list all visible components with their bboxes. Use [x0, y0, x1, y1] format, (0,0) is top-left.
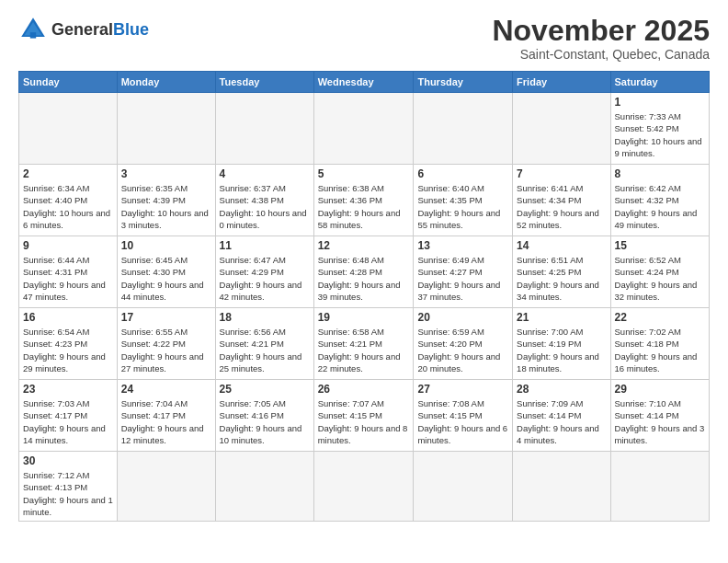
- calendar-cell: [610, 452, 709, 522]
- day-number: 5: [318, 167, 410, 180]
- calendar-cell: [117, 452, 215, 522]
- calendar-table: Sunday Monday Tuesday Wednesday Thursday…: [18, 71, 710, 522]
- calendar-week-1: 1Sunrise: 7:33 AM Sunset: 5:42 PM Daylig…: [19, 93, 710, 165]
- day-number: 14: [517, 239, 606, 252]
- page: GeneralBlue November 2025 Saint-Constant…: [0, 0, 728, 563]
- day-info: Sunrise: 6:56 AM Sunset: 4:21 PM Dayligh…: [220, 326, 310, 374]
- calendar-cell: 21Sunrise: 7:00 AM Sunset: 4:19 PM Dayli…: [513, 308, 610, 380]
- calendar-cell: 6Sunrise: 6:40 AM Sunset: 4:35 PM Daylig…: [414, 165, 513, 236]
- calendar-cell: 10Sunrise: 6:45 AM Sunset: 4:30 PM Dayli…: [117, 236, 215, 308]
- calendar-cell: 13Sunrise: 6:49 AM Sunset: 4:27 PM Dayli…: [414, 236, 513, 308]
- calendar-cell: [19, 93, 118, 165]
- calendar-week-6: 30Sunrise: 7:12 AM Sunset: 4:13 PM Dayli…: [19, 452, 710, 522]
- calendar-week-2: 2Sunrise: 6:34 AM Sunset: 4:40 PM Daylig…: [19, 165, 710, 236]
- calendar-cell: 18Sunrise: 6:56 AM Sunset: 4:21 PM Dayli…: [215, 308, 313, 380]
- subtitle: Saint-Constant, Quebec, Canada: [492, 47, 710, 62]
- day-number: 21: [517, 311, 606, 324]
- day-info: Sunrise: 6:38 AM Sunset: 4:36 PM Dayligh…: [318, 182, 410, 231]
- calendar-cell: 8Sunrise: 6:42 AM Sunset: 4:32 PM Daylig…: [610, 165, 709, 236]
- day-number: 4: [220, 167, 310, 180]
- calendar-cell: 7Sunrise: 6:41 AM Sunset: 4:34 PM Daylig…: [513, 165, 610, 236]
- logo-text: GeneralBlue: [51, 21, 149, 38]
- day-info: Sunrise: 6:35 AM Sunset: 4:39 PM Dayligh…: [121, 182, 211, 231]
- day-info: Sunrise: 7:04 AM Sunset: 4:17 PM Dayligh…: [121, 397, 211, 446]
- calendar-cell: 4Sunrise: 6:37 AM Sunset: 4:38 PM Daylig…: [215, 165, 313, 236]
- logo-icon: [18, 15, 48, 44]
- day-info: Sunrise: 6:41 AM Sunset: 4:34 PM Dayligh…: [517, 182, 606, 231]
- day-info: Sunrise: 6:52 AM Sunset: 4:24 PM Dayligh…: [615, 254, 705, 303]
- day-number: 26: [318, 383, 410, 396]
- day-number: 27: [417, 383, 508, 396]
- calendar-cell: 22Sunrise: 7:02 AM Sunset: 4:18 PM Dayli…: [610, 308, 709, 380]
- day-number: 7: [517, 167, 606, 180]
- day-number: 23: [23, 383, 113, 396]
- title-block: November 2025 Saint-Constant, Quebec, Ca…: [492, 15, 710, 62]
- day-info: Sunrise: 6:58 AM Sunset: 4:21 PM Dayligh…: [318, 326, 410, 374]
- day-info: Sunrise: 6:47 AM Sunset: 4:29 PM Dayligh…: [220, 254, 310, 303]
- calendar-cell: 27Sunrise: 7:08 AM Sunset: 4:15 PM Dayli…: [414, 380, 513, 452]
- day-number: 12: [318, 239, 410, 252]
- calendar-cell: 24Sunrise: 7:04 AM Sunset: 4:17 PM Dayli…: [117, 380, 215, 452]
- day-info: Sunrise: 6:45 AM Sunset: 4:30 PM Dayligh…: [121, 254, 211, 303]
- day-info: Sunrise: 6:40 AM Sunset: 4:35 PM Dayligh…: [417, 182, 508, 231]
- day-number: 2: [23, 167, 113, 180]
- calendar-cell: 16Sunrise: 6:54 AM Sunset: 4:23 PM Dayli…: [19, 308, 118, 380]
- calendar-cell: 29Sunrise: 7:10 AM Sunset: 4:14 PM Dayli…: [610, 380, 709, 452]
- calendar-cell: 17Sunrise: 6:55 AM Sunset: 4:22 PM Dayli…: [117, 308, 215, 380]
- day-number: 13: [417, 239, 508, 252]
- day-info: Sunrise: 6:48 AM Sunset: 4:28 PM Dayligh…: [318, 254, 410, 303]
- day-info: Sunrise: 7:09 AM Sunset: 4:14 PM Dayligh…: [517, 397, 606, 446]
- calendar-cell: [215, 452, 313, 522]
- day-info: Sunrise: 7:07 AM Sunset: 4:15 PM Dayligh…: [318, 397, 410, 446]
- calendar-cell: 30Sunrise: 7:12 AM Sunset: 4:13 PM Dayli…: [19, 452, 118, 522]
- day-info: Sunrise: 6:59 AM Sunset: 4:20 PM Dayligh…: [417, 326, 508, 374]
- day-info: Sunrise: 6:51 AM Sunset: 4:25 PM Dayligh…: [517, 254, 606, 303]
- day-number: 6: [417, 167, 508, 180]
- calendar-cell: 1Sunrise: 7:33 AM Sunset: 5:42 PM Daylig…: [610, 93, 709, 165]
- calendar-cell: [313, 452, 414, 522]
- calendar-cell: [513, 93, 610, 165]
- calendar-cell: 26Sunrise: 7:07 AM Sunset: 4:15 PM Dayli…: [313, 380, 414, 452]
- calendar-cell: 12Sunrise: 6:48 AM Sunset: 4:28 PM Dayli…: [313, 236, 414, 308]
- day-info: Sunrise: 7:05 AM Sunset: 4:16 PM Dayligh…: [220, 397, 310, 446]
- day-number: 20: [417, 311, 508, 324]
- day-number: 15: [615, 239, 705, 252]
- main-title: November 2025: [492, 15, 710, 47]
- calendar-header-row: Sunday Monday Tuesday Wednesday Thursday…: [19, 72, 710, 93]
- col-monday: Monday: [117, 72, 215, 93]
- calendar-cell: 19Sunrise: 6:58 AM Sunset: 4:21 PM Dayli…: [313, 308, 414, 380]
- day-number: 30: [23, 454, 113, 467]
- col-thursday: Thursday: [414, 72, 513, 93]
- col-saturday: Saturday: [610, 72, 709, 93]
- calendar-week-5: 23Sunrise: 7:03 AM Sunset: 4:17 PM Dayli…: [19, 380, 710, 452]
- calendar-cell: [215, 93, 313, 165]
- calendar-cell: 9Sunrise: 6:44 AM Sunset: 4:31 PM Daylig…: [19, 236, 118, 308]
- col-wednesday: Wednesday: [313, 72, 414, 93]
- day-number: 11: [220, 239, 310, 252]
- day-number: 24: [121, 383, 211, 396]
- day-info: Sunrise: 7:08 AM Sunset: 4:15 PM Dayligh…: [417, 397, 508, 446]
- header: GeneralBlue November 2025 Saint-Constant…: [18, 15, 710, 62]
- day-info: Sunrise: 6:44 AM Sunset: 4:31 PM Dayligh…: [23, 254, 113, 303]
- day-number: 22: [615, 311, 705, 324]
- day-info: Sunrise: 6:49 AM Sunset: 4:27 PM Dayligh…: [417, 254, 508, 303]
- calendar-cell: 11Sunrise: 6:47 AM Sunset: 4:29 PM Dayli…: [215, 236, 313, 308]
- day-number: 10: [121, 239, 211, 252]
- logo: GeneralBlue: [18, 15, 149, 44]
- day-info: Sunrise: 6:37 AM Sunset: 4:38 PM Dayligh…: [220, 182, 310, 231]
- calendar-week-4: 16Sunrise: 6:54 AM Sunset: 4:23 PM Dayli…: [19, 308, 710, 380]
- col-sunday: Sunday: [19, 72, 118, 93]
- day-number: 18: [220, 311, 310, 324]
- day-info: Sunrise: 7:00 AM Sunset: 4:19 PM Dayligh…: [517, 326, 606, 374]
- calendar-cell: [117, 93, 215, 165]
- day-number: 1: [615, 96, 705, 109]
- svg-rect-2: [30, 32, 36, 38]
- calendar-cell: 25Sunrise: 7:05 AM Sunset: 4:16 PM Dayli…: [215, 380, 313, 452]
- calendar-week-3: 9Sunrise: 6:44 AM Sunset: 4:31 PM Daylig…: [19, 236, 710, 308]
- day-info: Sunrise: 6:54 AM Sunset: 4:23 PM Dayligh…: [23, 326, 113, 374]
- day-info: Sunrise: 7:33 AM Sunset: 5:42 PM Dayligh…: [615, 110, 705, 159]
- day-info: Sunrise: 7:03 AM Sunset: 4:17 PM Dayligh…: [23, 397, 113, 446]
- day-number: 29: [615, 383, 705, 396]
- calendar-cell: 20Sunrise: 6:59 AM Sunset: 4:20 PM Dayli…: [414, 308, 513, 380]
- calendar-cell: [414, 452, 513, 522]
